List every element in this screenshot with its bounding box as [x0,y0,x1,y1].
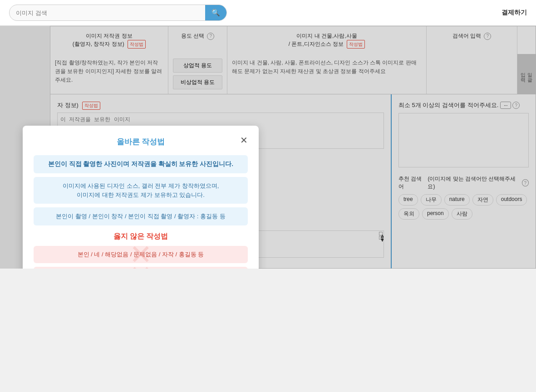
wrong-section: 본인 / 네 / 해당없음 / 문제없음 / 자작 / 홍길동 등날씨가 좋은 … [34,246,248,269]
wrong-item: 날씨가 좋은 어느 날, 꽃이 너무 예뻐 친구들과 나들이 간 날이에요~ [34,267,248,269]
correct-item: 본인이 직접 촬영한 사진이며 저작권을 확실히 보유한 사진입니다. [34,155,248,173]
main-content: 이미지 저작권 정보 (촬영자, 창작자 정보) 작성법 용도 선택 ? 이미지… [0,26,536,269]
search-icon: 🔍 [211,9,220,16]
wrong-item: 본인 / 네 / 해당없음 / 문제없음 / 자작 / 홍길동 등 [34,246,248,263]
modal-header: 올바른 작성법 ✕ [34,137,248,147]
search-box: 🔍 [9,5,227,21]
search-button[interactable]: 🔍 [205,5,226,20]
modal-title: 올바른 작성법 [117,137,165,146]
modal-overlay[interactable]: 올바른 작성법 ✕ 본인이 직접 촬영한 사진이며 저작권을 확실히 보유한 사… [0,26,536,269]
correct-item: 이미지에 사용된 디자인 소스, 갤러 전부 제가 창작하였으며, 이미지에 대… [34,177,248,204]
top-bar: 🔍 결제하기 [0,0,536,26]
correct-section: 본인이 직접 촬영한 사진이며 저작권을 확실히 보유한 사진입니다.이미지에 … [34,155,248,225]
wrong-title: 옳지 않은 작성법 [34,232,248,241]
pay-button[interactable]: 결제하기 [502,9,527,17]
correct-item: 본인이 촬영 / 본인이 창작 / 본인이 직접 촬영 / 촬영자 : 홍길동 … [34,207,248,225]
modal: 올바른 작성법 ✕ 본인이 직접 촬영한 사진이며 저작권을 확실히 보유한 사… [23,126,259,269]
modal-close-button[interactable]: ✕ [240,135,248,146]
search-input[interactable] [10,6,205,20]
